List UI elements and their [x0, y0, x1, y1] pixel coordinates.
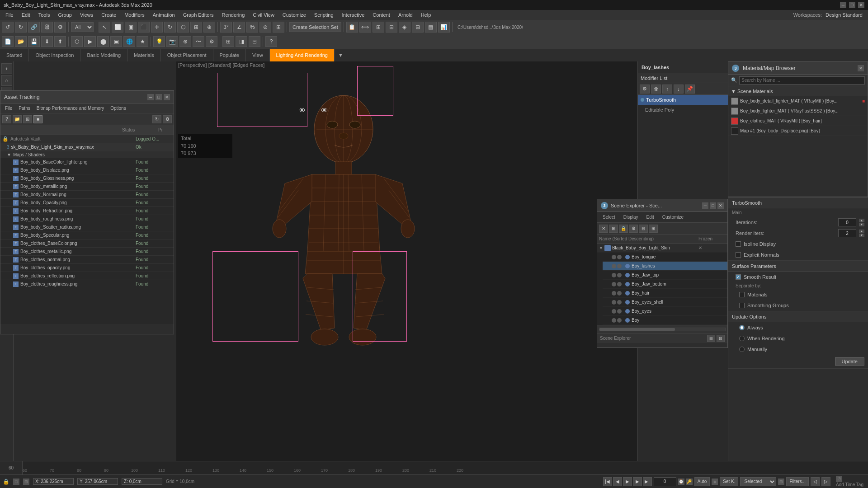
file-item-5[interactable]: T Boy_body_Opacity.png Found: [0, 199, 174, 207]
spacewarp-button[interactable]: 〜: [193, 36, 204, 47]
se-close[interactable]: ✕: [717, 202, 724, 209]
set-key-button[interactable]: Set K.: [720, 477, 738, 486]
se-item-jaw-bottom[interactable]: Boy_Jaw_bottom: [603, 280, 727, 289]
select-crossing-button[interactable]: ⬛: [138, 22, 150, 33]
se-horizontal-scrollbar[interactable]: [599, 328, 726, 331]
save-button[interactable]: 💾: [28, 36, 40, 47]
minimize-button[interactable]: ─: [840, 2, 846, 8]
render-iters-up[interactable]: ▲: [859, 230, 864, 233]
at-settings-button[interactable]: ⚙: [163, 115, 172, 123]
modifier-editable-poly[interactable]: Editable Poly: [638, 105, 728, 115]
play-button[interactable]: ▶: [623, 477, 632, 486]
se-vis-lashes[interactable]: [617, 264, 622, 268]
se-icon-btn2[interactable]: ⊟: [717, 335, 725, 342]
question-button[interactable]: ?: [265, 36, 277, 47]
material-item-4[interactable]: Map #1 (Boy_body_Displace.png) [Boy]: [728, 126, 868, 136]
frame-input[interactable]: 0: [654, 477, 676, 486]
at-btn-2[interactable]: 📁: [13, 115, 22, 123]
menu-animation[interactable]: Animation: [149, 11, 179, 19]
se-lock-btn[interactable]: 🔒: [619, 225, 628, 233]
mat-browser-close[interactable]: ✕: [858, 65, 864, 71]
se-options-btn[interactable]: ⚙: [629, 225, 638, 233]
file-item-0[interactable]: T Boy_body_BaseColor_lighter.png Found: [0, 158, 174, 166]
menu-modifiers[interactable]: Modifiers: [121, 11, 148, 19]
viewport[interactable]: [Perspective] [Standard] [Edged Faces] T…: [176, 61, 637, 461]
se-restore[interactable]: □: [710, 202, 716, 209]
file-item-10[interactable]: T Boy_clothes_BaseColor.png Found: [0, 239, 174, 248]
create-selection-set-button[interactable]: Create Selection Set: [289, 22, 341, 32]
render-frame-button[interactable]: ▣: [110, 36, 122, 47]
se-filter-btn[interactable]: ⊞: [609, 225, 618, 233]
viewport-layout-button[interactable]: ⊞: [222, 36, 234, 47]
se-vis-jaw-top[interactable]: [617, 273, 622, 277]
ts-isoline-checkbox[interactable]: [736, 241, 741, 247]
create-panel-button[interactable]: +: [1, 63, 12, 74]
se-item-jaw-top[interactable]: Boy_Jaw_top: [603, 271, 727, 280]
ts-smoothing-groups-checkbox[interactable]: [739, 303, 745, 308]
pivot-button[interactable]: ⊕: [203, 22, 215, 33]
align-button[interactable]: ⊞: [273, 22, 284, 33]
at-menu-paths[interactable]: Paths: [16, 105, 33, 112]
menu-views[interactable]: Views: [76, 11, 97, 19]
asset-tracking-controls[interactable]: ─ □ ✕: [147, 94, 170, 100]
asset-tracking-close[interactable]: ✕: [164, 94, 170, 100]
at-menu-file[interactable]: File: [2, 105, 15, 112]
se-eye-jaw-bottom[interactable]: [612, 282, 616, 286]
se-eye-lashes[interactable]: [612, 264, 616, 268]
material-item-1[interactable]: Boy_body_detail_lighter_MAT ( VRayMtl ) …: [728, 96, 868, 106]
selected-dropdown[interactable]: Selected: [740, 477, 776, 486]
se-eye-tongue[interactable]: [612, 255, 616, 259]
file-item-6[interactable]: T Boy_body_Refraction.png Found: [0, 207, 174, 215]
at-btn-1[interactable]: ?: [2, 115, 11, 123]
select-region-button[interactable]: ⬜: [112, 22, 123, 33]
material-item-3[interactable]: Boy_clothes_MAT ( VRayMtl ) [Boy_hair]: [728, 116, 868, 126]
file-item-1[interactable]: T Boy_body_Displace.png Found: [0, 166, 174, 174]
material-browser-controls[interactable]: ✕: [858, 65, 864, 71]
modifier-turbosmooth[interactable]: TurboSmooth: [638, 95, 728, 105]
menu-rendering[interactable]: Rendering: [218, 11, 249, 19]
reference-coord-button[interactable]: ⊞: [190, 22, 202, 33]
menu-tools[interactable]: Tools: [35, 11, 54, 19]
array-button[interactable]: ⊞: [373, 22, 384, 33]
mod-move-down-button[interactable]: ↓: [674, 84, 684, 94]
maps-shaders-group[interactable]: ▼ Maps / Shaders: [0, 151, 174, 158]
at-menu-bitmap[interactable]: Bitmap Performance and Memory: [34, 105, 107, 112]
iterations-down[interactable]: ▼: [859, 223, 864, 226]
se-eye-hair[interactable]: [612, 291, 616, 296]
se-item-hair[interactable]: Boy_hair: [603, 289, 727, 298]
menu-group[interactable]: Group: [54, 11, 75, 19]
ts-always-radio[interactable]: [739, 325, 745, 330]
at-btn-4[interactable]: ■: [33, 115, 42, 123]
tab-basic-modeling[interactable]: Basic Modeling: [80, 49, 127, 61]
helper-button[interactable]: ⊕: [179, 36, 191, 47]
window-controls[interactable]: ─ □ ✕: [840, 2, 864, 8]
viewport-toggle-button[interactable]: ⊟: [249, 36, 260, 47]
se-tab-select[interactable]: Select: [599, 214, 619, 221]
maximize-button[interactable]: □: [849, 2, 855, 8]
file-item-4[interactable]: T Boy_body_Normal.png Found: [0, 191, 174, 199]
layer-button[interactable]: ⊟: [412, 22, 424, 33]
prev-frame-button[interactable]: ◀: [613, 477, 622, 486]
file-item-11[interactable]: T Boy_clothes_metallic.png Found: [0, 248, 174, 256]
file-item-13[interactable]: T Boy_clothes_opacity.png Found: [0, 264, 174, 272]
material-search-input[interactable]: [739, 76, 865, 84]
menu-create[interactable]: Create: [98, 11, 120, 19]
ts-iterations-value[interactable]: 0: [838, 218, 856, 226]
named-selection-button[interactable]: 📋: [346, 22, 358, 33]
se-view-btn[interactable]: ⊟: [639, 225, 648, 233]
undo-button[interactable]: ↺: [2, 22, 14, 33]
move-button[interactable]: ✛: [151, 22, 163, 33]
bind-button[interactable]: ⚙: [54, 22, 66, 33]
mod-move-up-button[interactable]: ↑: [662, 84, 672, 94]
ts-update-header[interactable]: Update Options: [728, 311, 868, 322]
material-editor-button[interactable]: ⬤: [97, 36, 109, 47]
close-button[interactable]: ✕: [858, 2, 864, 8]
rotate-button[interactable]: ↻: [164, 22, 176, 33]
tab-object-inspection[interactable]: Object Inspection: [29, 49, 80, 61]
se-item-eyes-shell[interactable]: Boy_eyes_shell: [603, 298, 727, 307]
at-refresh-button[interactable]: ↻: [152, 115, 161, 123]
tab-lighting-rendering[interactable]: Lighting And Rendering: [270, 49, 335, 61]
se-expand-btn[interactable]: ⊞: [649, 225, 658, 233]
mini-prev-btn[interactable]: ◁: [811, 477, 820, 486]
modify-panel-button[interactable]: ⌂: [1, 75, 12, 86]
